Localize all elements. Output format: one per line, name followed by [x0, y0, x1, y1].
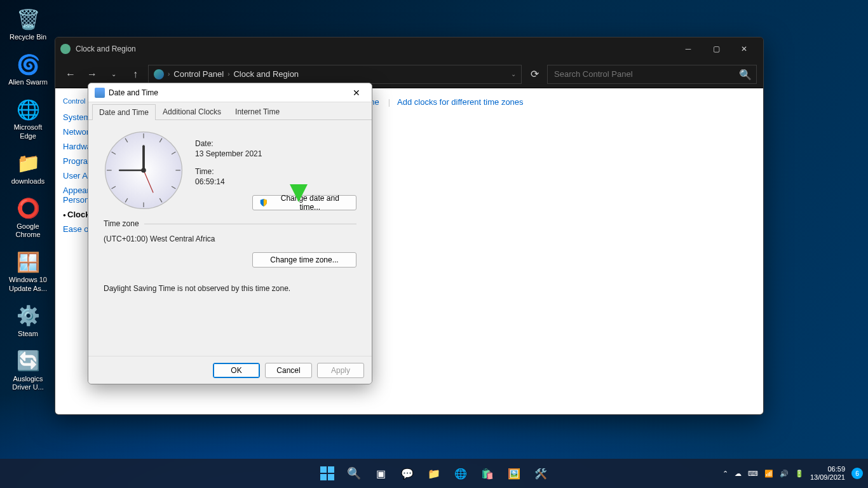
- dialog-titlebar[interactable]: Date and Time ✕: [88, 83, 372, 102]
- folder-icon: 📁: [428, 468, 440, 480]
- svg-point-16: [141, 168, 146, 173]
- snip-icon: 🖼️: [508, 468, 520, 480]
- window-titlebar[interactable]: Clock and Region ─ ▢ ✕: [55, 37, 763, 60]
- date-time-dialog: Date and Time ✕ Date and Time Additional…: [88, 83, 372, 384]
- desktop-icon-edge[interactable]: 🌐Microsoft Edge: [5, 97, 51, 140]
- taskbar-date: 13/09/2021: [810, 473, 845, 482]
- wifi-icon[interactable]: 📶: [764, 470, 773, 478]
- desktop-icon-chrome[interactable]: ⭕Google Chrome: [5, 196, 51, 239]
- taskbar-time: 06:59: [810, 465, 845, 473]
- onedrive-icon[interactable]: ☁: [735, 470, 742, 478]
- chat-button[interactable]: 💬: [395, 461, 420, 486]
- search-box[interactable]: 🔍: [547, 65, 757, 84]
- tab-date-time[interactable]: Date and Time: [92, 104, 156, 120]
- desktop-icon-downloads[interactable]: 📁downloads: [5, 151, 51, 186]
- time-value: 06:59:14: [195, 177, 356, 186]
- divider: [144, 224, 356, 224]
- steam-icon: ⚙️: [15, 303, 41, 329]
- snip-button[interactable]: 🖼️: [501, 461, 527, 486]
- folder-icon: 📁: [15, 151, 41, 176]
- date-value: 13 September 2021: [195, 149, 356, 158]
- windows-icon: [320, 466, 334, 480]
- desktop-icon-update-assistant[interactable]: 🪟Windows 10 Update As...: [5, 249, 51, 292]
- store-button[interactable]: 🛍️: [475, 461, 500, 486]
- minimize-button[interactable]: ─: [674, 39, 702, 58]
- chrome-icon: ⭕: [15, 196, 41, 221]
- link-add-clocks[interactable]: Add clocks for different time zones: [397, 97, 523, 107]
- ok-button[interactable]: OK: [213, 363, 260, 378]
- desktop-icon-label: Microsoft Edge: [5, 123, 51, 140]
- svg-rect-17: [320, 466, 327, 473]
- separator: |: [388, 97, 390, 107]
- control-panel-button[interactable]: 🛠️: [528, 461, 553, 486]
- desktop-icon-label: Windows 10 Update As...: [5, 276, 51, 292]
- tray-overflow-button[interactable]: ⌃: [722, 470, 728, 478]
- address-bar[interactable]: › Control Panel › Clock and Region ⌄: [148, 65, 522, 84]
- breadcrumb-item[interactable]: Clock and Region: [233, 69, 299, 79]
- up-button[interactable]: ↑: [126, 65, 144, 83]
- timezone-header: Time zone: [104, 219, 139, 228]
- taskbar-clock[interactable]: 06:59 13/09/2021: [810, 465, 845, 482]
- dialog-tabs: Date and Time Additional Clocks Internet…: [88, 102, 372, 120]
- dialog-footer: OK Cancel Apply: [88, 356, 372, 384]
- search-input[interactable]: [547, 65, 757, 84]
- change-date-time-label: Change date and time...: [271, 194, 349, 212]
- date-label: Date:: [195, 139, 356, 148]
- edge-button[interactable]: 🌐: [448, 461, 473, 486]
- maximize-button[interactable]: ▢: [702, 39, 730, 58]
- volume-icon[interactable]: 🔊: [780, 470, 789, 478]
- start-button[interactable]: [315, 461, 340, 486]
- settings-icon: 🛠️: [534, 468, 547, 480]
- svg-rect-18: [328, 466, 334, 473]
- search-icon: 🔍: [347, 466, 361, 480]
- trash-icon: 🗑️: [15, 6, 41, 32]
- taskbar-search-button[interactable]: 🔍: [341, 461, 367, 486]
- desktop-icon-alien-swarm[interactable]: 🌀Alien Swarm: [5, 51, 51, 86]
- task-view-icon: ▣: [376, 468, 386, 480]
- close-button[interactable]: ✕: [730, 39, 758, 58]
- desktop-icon-label: downloads: [11, 177, 45, 186]
- analog-clock-icon: [104, 130, 184, 210]
- game-icon: 🌀: [15, 51, 41, 77]
- back-button[interactable]: ←: [62, 65, 79, 83]
- svg-rect-20: [328, 474, 334, 480]
- dialog-close-button[interactable]: ✕: [348, 86, 365, 100]
- window-title: Clock and Region: [76, 44, 136, 53]
- dst-text: Daylight Saving Time is not observed by …: [104, 284, 356, 293]
- desktop-icon-recycle-bin[interactable]: 🗑️Recycle Bin: [5, 6, 51, 41]
- store-icon: 🛍️: [481, 468, 494, 480]
- taskbar[interactable]: 🔍 ▣ 💬 📁 🌐 🛍️ 🖼️ 🛠️ ⌃ ☁ ⌨ 📶 🔊 🔋 06:59 13/…: [0, 459, 868, 488]
- system-tray: ⌃ ☁ ⌨ 📶 🔊 🔋 06:59 13/09/2021 6: [722, 465, 863, 482]
- desktop-icon-auslogics[interactable]: 🔄Auslogics Driver U...: [5, 348, 51, 391]
- date-time-info: Date: 13 September 2021 Time: 06:59:14 C…: [195, 130, 356, 210]
- edge-icon: 🌐: [15, 97, 41, 122]
- battery-icon[interactable]: 🔋: [795, 470, 804, 478]
- recent-button[interactable]: ⌄: [105, 65, 123, 83]
- chevron-right-icon: ›: [227, 71, 229, 78]
- forward-button[interactable]: →: [83, 65, 101, 83]
- keyboard-icon[interactable]: ⌨: [748, 470, 758, 478]
- tab-additional-clocks[interactable]: Additional Clocks: [156, 104, 228, 119]
- chevron-down-icon[interactable]: ⌄: [511, 71, 516, 78]
- refresh-button[interactable]: ⟳: [526, 65, 543, 83]
- tab-internet-time[interactable]: Internet Time: [228, 104, 287, 119]
- notification-badge[interactable]: 6: [851, 468, 863, 479]
- desktop-icon-steam[interactable]: ⚙️Steam: [5, 303, 51, 338]
- shield-icon: [259, 198, 268, 207]
- change-timezone-button[interactable]: Change time zone...: [252, 252, 356, 268]
- desktop-icon-label: Google Chrome: [5, 222, 51, 239]
- svg-rect-19: [320, 474, 327, 480]
- desktop-icon-label: Alien Swarm: [8, 78, 48, 86]
- globe-icon: [154, 69, 164, 79]
- timezone-value: (UTC+01:00) West Central Africa: [104, 234, 356, 243]
- dialog-body: Date: 13 September 2021 Time: 06:59:14 C…: [88, 120, 372, 356]
- time-label: Time:: [195, 167, 356, 176]
- dialog-title: Date and Time: [109, 88, 158, 97]
- apply-button[interactable]: Apply: [317, 363, 364, 378]
- cancel-button[interactable]: Cancel: [265, 363, 312, 378]
- breadcrumb-item[interactable]: Control Panel: [173, 69, 224, 79]
- task-view-button[interactable]: ▣: [368, 461, 393, 486]
- change-date-time-button[interactable]: Change date and time...: [252, 195, 356, 210]
- explorer-button[interactable]: 📁: [421, 461, 447, 486]
- desktop-icons: 🗑️Recycle Bin 🌀Alien Swarm 🌐Microsoft Ed…: [5, 6, 51, 391]
